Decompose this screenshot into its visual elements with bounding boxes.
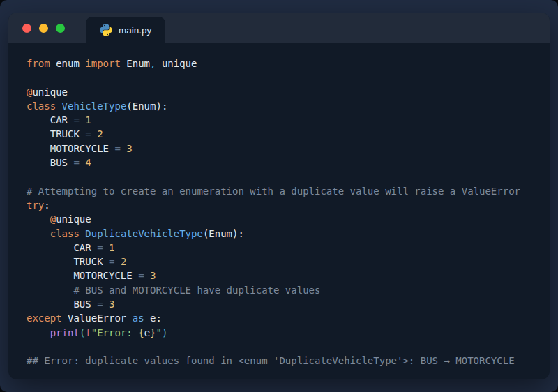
code-line: # BUS and MOTORCYCLE have duplicate valu… [27,283,531,297]
code-line: ## Error: duplicate values found in <enu… [27,354,531,368]
code-line: CAR = 1 [27,113,531,127]
window-titlebar: main.py [8,13,550,43]
code-line: print(f"Error: {e}") [27,326,531,340]
code-line: class VehicleType(Enum): [27,99,531,113]
code-line: class DuplicateVehicleType(Enum): [27,227,531,241]
code-line: try: [27,198,531,212]
code-line [27,70,531,84]
code-area: from enum import Enum, unique@uniqueclas… [8,43,550,379]
code-line: BUS = 4 [27,156,531,169]
tab-main-py[interactable]: main.py [86,17,165,43]
minimize-button[interactable] [39,24,48,33]
python-icon [100,24,112,36]
code-line [27,169,531,183]
code-line: TRUCK = 2 [27,255,531,269]
code-line: @unique [27,85,531,99]
page-background: main.py from enum import Enum, unique@un… [0,0,558,392]
traffic-lights [22,13,65,43]
code-line: MOTORCYCLE = 3 [27,142,531,156]
code-editor-window: main.py from enum import Enum, unique@un… [8,13,550,379]
code-line: # Attempting to create an enumeration wi… [27,184,531,198]
maximize-button[interactable] [56,24,65,33]
code-line: except ValueError as e: [27,311,531,325]
code-line: TRUCK = 2 [27,127,531,141]
code-line [27,340,531,354]
code-line: from enum import Enum, unique [27,56,531,70]
code-line: CAR = 1 [27,241,531,255]
tab-filename: main.py [119,25,151,36]
close-button[interactable] [22,24,31,33]
code-line: @unique [27,212,531,226]
code-line: MOTORCYCLE = 3 [27,269,531,282]
code-line: BUS = 3 [27,297,531,311]
